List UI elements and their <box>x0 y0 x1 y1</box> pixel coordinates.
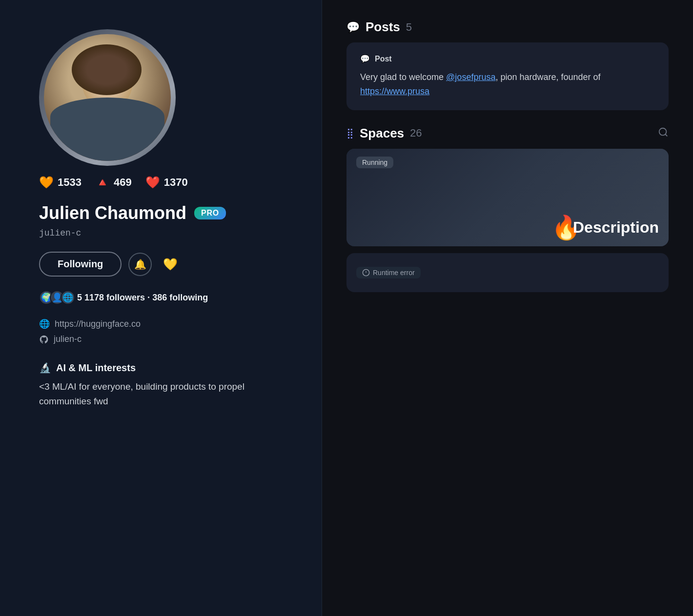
space-description: Description <box>573 219 659 237</box>
following-button[interactable]: Following <box>39 252 122 277</box>
follower-avatar-3: 🌐 <box>61 290 75 305</box>
post-card: 💬 Post Very glad to welcome @josefprusa,… <box>346 42 669 110</box>
prusa-link[interactable]: https://www.prusa <box>360 86 429 96</box>
heart-stat: ❤️ 1370 <box>145 176 188 189</box>
follower-label: 1178 followers <box>84 293 145 302</box>
following-count-label: 386 following <box>152 293 208 302</box>
dot-separator: · <box>147 293 152 302</box>
avatar <box>39 29 176 166</box>
github-handle: julien-c <box>54 334 82 344</box>
avatar-container <box>39 29 283 166</box>
space-card-error[interactable]: Runtime error <box>346 253 669 292</box>
post-card-icon: 💬 <box>360 54 370 63</box>
left-panel: 🧡 1533 🔺 469 ❤️ 1370 Julien Chaumond PRO… <box>0 0 322 616</box>
spaces-count: 26 <box>410 127 422 139</box>
followers-row: 🌍 👤 🌐 5 1178 followers · 386 following <box>39 290 283 305</box>
error-badge-label: Runtime error <box>373 269 415 277</box>
upvote-count: 469 <box>114 176 132 189</box>
pro-badge: PRO <box>194 207 226 219</box>
posts-icon: 💬 <box>346 21 360 34</box>
clap-stat: 🧡 1533 <box>39 176 82 189</box>
github-icon <box>39 335 49 344</box>
upvote-stat: 🔺 469 <box>95 176 132 189</box>
posts-count: 5 <box>406 21 412 34</box>
notification-button[interactable]: 🔔 <box>128 253 152 276</box>
space-card-running[interactable]: Running 🔥 Description <box>346 149 669 246</box>
user-display-name: Julien Chaumond <box>39 203 186 223</box>
stats-bar: 🧡 1533 🔺 469 ❤️ 1370 <box>39 176 283 189</box>
tip-icon: 💛 <box>163 258 178 271</box>
clap-count: 1533 <box>58 176 82 189</box>
upvote-icon: 🔺 <box>95 176 110 189</box>
error-icon <box>362 269 370 277</box>
links-section: 🌐 https://huggingface.co julien-c <box>39 318 283 344</box>
website-icon: 🌐 <box>39 318 50 329</box>
bell-icon: 🔔 <box>134 258 146 270</box>
post-card-header: 💬 Post <box>360 54 655 63</box>
follower-count: 5 <box>77 293 82 302</box>
interests-title: 🔬 AI & ML interests <box>39 362 283 374</box>
posts-header: 💬 Posts 5 <box>346 20 669 35</box>
interests-section: 🔬 AI & ML interests <3 ML/AI for everyon… <box>39 362 283 409</box>
spaces-search-button[interactable] <box>658 127 669 140</box>
website-link-item: 🌐 https://huggingface.co <box>39 318 283 329</box>
spaces-header: ⣿ Spaces 26 <box>346 126 669 141</box>
svg-point-0 <box>659 128 667 135</box>
interests-icon: 🔬 <box>39 362 51 374</box>
action-row: Following 🔔 💛 <box>39 252 283 277</box>
github-link-item: julien-c <box>39 334 283 344</box>
spaces-icon: ⣿ <box>346 127 354 139</box>
user-handle: julien-c <box>39 228 283 238</box>
space-card-running-inner: Running 🔥 Description <box>346 149 669 246</box>
posts-title: Posts <box>366 20 400 35</box>
error-badge: Runtime error <box>356 267 421 278</box>
clap-icon: 🧡 <box>39 176 54 189</box>
heart-icon: ❤️ <box>145 176 160 189</box>
name-row: Julien Chaumond PRO <box>39 203 283 223</box>
running-badge: Running <box>356 157 393 168</box>
search-icon <box>658 127 669 138</box>
spaces-title: Spaces <box>360 126 404 141</box>
post-card-label: Post <box>375 55 392 63</box>
spaces-section: ⣿ Spaces 26 Running 🔥 Description <box>346 126 669 596</box>
heart-count: 1370 <box>164 176 188 189</box>
posts-section: 💬 Posts 5 💬 Post Very glad to welcome @j… <box>346 20 669 110</box>
right-panel: 💬 Posts 5 💬 Post Very glad to welcome @j… <box>322 0 693 616</box>
tip-button[interactable]: 💛 <box>159 253 182 276</box>
post-card-text: Very glad to welcome @josefprusa, pion h… <box>360 70 655 99</box>
follower-avatars: 🌍 👤 🌐 <box>39 290 71 305</box>
website-url: https://huggingface.co <box>55 319 141 329</box>
interests-description: <3 ML/AI for everyone, building products… <box>39 379 283 409</box>
interests-title-text: AI & ML interests <box>56 362 136 374</box>
mention-josefprusa[interactable]: @josefprusa <box>446 72 495 82</box>
followers-text: 5 1178 followers · 386 following <box>77 293 208 303</box>
